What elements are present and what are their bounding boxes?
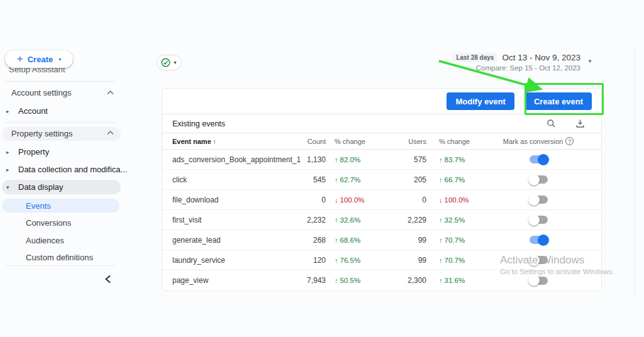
sidebar-item-conversions[interactable]: Conversions bbox=[26, 218, 71, 228]
divider bbox=[5, 81, 116, 82]
toggle-knob bbox=[528, 214, 540, 226]
users-change-value: 83.7% bbox=[445, 156, 465, 163]
users-change-value: 70.7% bbox=[445, 236, 465, 244]
sidebar-item-events[interactable]: Events bbox=[26, 201, 51, 211]
conversion-toggle[interactable] bbox=[530, 155, 548, 163]
section-label: Property settings bbox=[11, 129, 73, 138]
conversion-toggle[interactable] bbox=[530, 175, 548, 184]
event-users: 99 bbox=[381, 256, 426, 265]
change-arrow-icon: ↑ bbox=[439, 216, 443, 224]
table-row: laundry_service 120 ↑ 76.5% 99 ↑ 70.7% bbox=[162, 250, 601, 270]
event-users: 2,229 bbox=[381, 216, 426, 224]
count-change-value: 62.7% bbox=[340, 176, 361, 184]
conversion-toggle[interactable] bbox=[530, 277, 548, 285]
events-card: Modify event Create event Existing event… bbox=[162, 88, 602, 291]
users-change: ↑ 70.7% bbox=[435, 236, 486, 244]
table-row: click 545 ↑ 62.7% 205 ↑ 66.7% bbox=[162, 170, 601, 190]
sidebar-item-data-display[interactable]: ▾ Data display bbox=[6, 182, 64, 192]
count-change: ↑ 50.5% bbox=[331, 277, 381, 284]
count-change: ↑ 62.7% bbox=[331, 176, 381, 184]
collapse-sidebar-button[interactable] bbox=[102, 273, 114, 285]
conversion-toggle[interactable] bbox=[530, 256, 548, 264]
event-name: ads_conversion_Book_appointment_1 bbox=[172, 155, 292, 164]
sidebar-item-label: Events bbox=[26, 201, 51, 211]
chevron-up-icon[interactable] bbox=[107, 91, 114, 95]
users-change-value: 70.7% bbox=[445, 257, 465, 264]
sort-ascending-icon: ↑ bbox=[213, 138, 216, 145]
users-change: ↑ 83.7% bbox=[435, 156, 486, 163]
column-count-change[interactable]: % change bbox=[331, 138, 381, 145]
column-users[interactable]: Users bbox=[381, 138, 426, 145]
event-name: click bbox=[172, 175, 292, 184]
event-count: 120 bbox=[292, 256, 326, 265]
event-users: 0 bbox=[381, 196, 426, 204]
create-event-button[interactable]: Create event bbox=[525, 92, 592, 110]
column-users-change[interactable]: % change bbox=[435, 138, 486, 145]
count-change: ↑ 32.6% bbox=[331, 216, 381, 224]
event-count: 0 bbox=[292, 196, 326, 204]
events-toolbar: Modify event Create event bbox=[162, 89, 601, 114]
table-row: page_view 7,943 ↑ 50.5% 2,300 ↑ 31.6% bbox=[162, 270, 601, 290]
table-header-row: Event name↑ Count % change Users % chang… bbox=[162, 133, 601, 150]
users-change: ↓ 100.0% bbox=[435, 196, 486, 204]
sidebar-item-account[interactable]: ▸ Account bbox=[6, 106, 48, 116]
event-name: page_view bbox=[172, 276, 292, 285]
download-button[interactable] bbox=[575, 119, 585, 128]
event-count: 7,943 bbox=[292, 276, 326, 285]
events-filter-pill[interactable]: ▼ bbox=[157, 55, 182, 70]
divider bbox=[635, 48, 635, 294]
conversion-toggle[interactable] bbox=[530, 196, 548, 204]
column-event-name[interactable]: Event name↑ bbox=[172, 138, 292, 145]
sidebar-item-property[interactable]: ▸ Property bbox=[6, 147, 49, 157]
sidebar-item-audiences[interactable]: Audiences bbox=[26, 236, 64, 245]
conversion-toggle[interactable] bbox=[530, 236, 548, 244]
table-body: ads_conversion_Book_appointment_1 1,130 … bbox=[162, 150, 601, 290]
event-name: file_download bbox=[172, 196, 292, 204]
toggle-knob bbox=[528, 194, 540, 206]
count-change-value: 68.6% bbox=[340, 236, 361, 244]
count-change: ↑ 68.6% bbox=[331, 236, 381, 244]
chevron-down-icon: ▾ bbox=[58, 57, 61, 62]
event-users: 575 bbox=[381, 155, 426, 164]
expand-arrow-icon: ▸ bbox=[6, 149, 18, 155]
modify-event-button[interactable]: Modify event bbox=[447, 92, 514, 110]
section-account-settings[interactable]: Account settings bbox=[11, 88, 71, 97]
date-range-selector[interactable]: Last 28 days Oct 13 - Nov 9, 2023 Compar… bbox=[453, 53, 580, 72]
toggle-knob bbox=[528, 255, 540, 266]
users-change: ↑ 31.6% bbox=[435, 277, 486, 284]
conversion-toggle[interactable] bbox=[530, 216, 548, 224]
column-count[interactable]: Count bbox=[292, 138, 326, 145]
collapse-arrow-icon: ▾ bbox=[6, 184, 18, 191]
users-change: ↑ 70.7% bbox=[435, 257, 486, 264]
sidebar-item-events-bg bbox=[2, 199, 119, 213]
count-change: ↑ 76.5% bbox=[331, 257, 381, 264]
table-title: Existing events bbox=[172, 119, 225, 128]
event-count: 545 bbox=[292, 175, 326, 184]
change-arrow-icon: ↑ bbox=[335, 277, 338, 284]
create-button[interactable]: + Create ▾ bbox=[5, 50, 73, 68]
table-subheader: Existing events bbox=[162, 114, 601, 133]
section-property-settings[interactable]: Property settings bbox=[11, 129, 73, 138]
expand-arrow-icon: ▸ bbox=[6, 167, 18, 173]
create-button-label: Create bbox=[28, 55, 53, 64]
divider bbox=[5, 265, 116, 266]
chevron-up-icon[interactable] bbox=[107, 131, 114, 135]
search-button[interactable] bbox=[547, 119, 556, 128]
count-change-value: 50.5% bbox=[340, 277, 361, 284]
change-arrow-icon: ↑ bbox=[335, 257, 338, 264]
count-change-value: 76.5% bbox=[340, 257, 361, 264]
event-name: laundry_service bbox=[172, 256, 292, 265]
change-arrow-icon: ↓ bbox=[439, 196, 443, 204]
sidebar-item-data-collection[interactable]: ▸ Data collection and modifica... bbox=[6, 165, 127, 174]
change-arrow-icon: ↑ bbox=[335, 156, 338, 163]
event-count: 268 bbox=[292, 236, 326, 245]
chevron-down-icon[interactable]: ▼ bbox=[587, 58, 592, 64]
sidebar-item-label: Account bbox=[18, 106, 48, 116]
date-range-text: Oct 13 - Nov 9, 2023 bbox=[502, 53, 580, 62]
sidebar-item-custom-definitions[interactable]: Custom definitions bbox=[26, 253, 93, 262]
plus-icon: + bbox=[17, 53, 23, 64]
help-icon[interactable]: ? bbox=[565, 137, 574, 145]
chevron-left-icon bbox=[104, 275, 112, 284]
users-change-value: 32.5% bbox=[445, 216, 465, 224]
section-label: Account settings bbox=[11, 88, 71, 97]
